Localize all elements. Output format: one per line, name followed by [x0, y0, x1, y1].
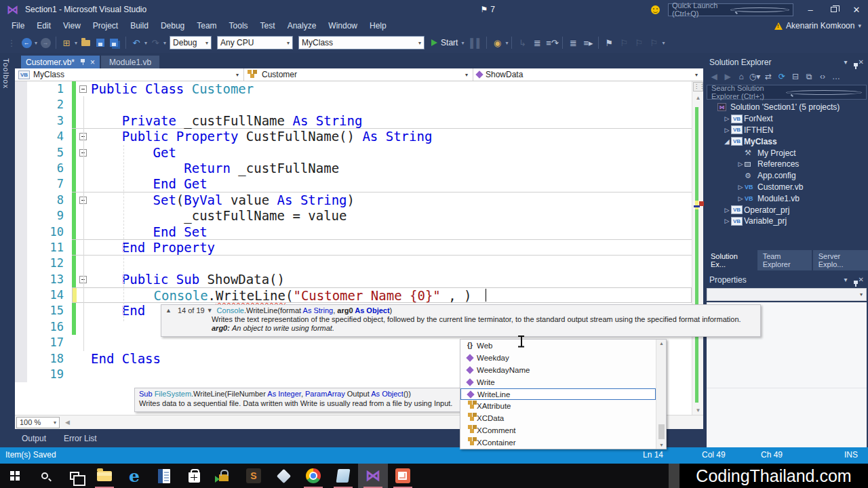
menu-test[interactable]: Test — [254, 20, 281, 32]
breakpoint-margin[interactable] — [15, 145, 27, 161]
tab-server-explorer[interactable]: Server Explo... — [813, 250, 868, 270]
breakpoint-margin[interactable] — [15, 351, 27, 367]
notifications-button[interactable]: ⚑ 7 — [481, 5, 495, 14]
toggle-bookmark-icon[interactable]: ⚑ — [602, 35, 616, 50]
edge-browser-icon[interactable]: e — [119, 464, 149, 488]
prev-bookmark-icon[interactable]: ⚐ — [617, 35, 631, 50]
tab-solution-explorer[interactable]: Solution Ex... — [705, 250, 756, 270]
breakpoint-margin[interactable] — [15, 97, 27, 113]
code-line[interactable]: 5 Get — [15, 145, 692, 161]
menu-window[interactable]: Window — [322, 20, 363, 32]
tree-item-operator-prj[interactable]: ▷VBOperator_prj — [705, 204, 868, 216]
collapsed-expander-icon[interactable]: ▷ — [736, 184, 745, 190]
menu-debug[interactable]: Debug — [155, 20, 191, 32]
new-project-dropdown-icon[interactable]: ▾ — [75, 40, 77, 46]
user-account-name[interactable]: Akenarin Komkoon — [786, 21, 854, 30]
code-line[interactable]: 11 End Property — [15, 240, 692, 256]
menu-help[interactable]: Help — [363, 20, 393, 32]
start-dropdown-icon[interactable]: ▾ — [461, 40, 464, 46]
forward-icon[interactable]: ▶ — [722, 70, 734, 83]
home-icon[interactable]: ⌂ — [735, 70, 747, 83]
type-dropdown[interactable]: Customer ▾ — [244, 68, 473, 81]
minimize-button[interactable]: – — [799, 0, 822, 19]
code-line[interactable]: 13 Public Sub ShowData() — [15, 272, 692, 287]
breakpoint-margin[interactable] — [15, 272, 27, 287]
code-line[interactable]: 2 — [15, 97, 692, 113]
breakpoint-margin[interactable] — [15, 224, 27, 240]
menu-tools[interactable]: Tools — [223, 20, 254, 32]
window-menu-icon[interactable]: ▾ — [844, 58, 848, 66]
solution-search-input[interactable]: Search Solution Explorer (Ctrl+;) — [707, 85, 867, 100]
menu-file[interactable]: File — [5, 20, 31, 32]
next-bookmark-icon[interactable]: ⚐ — [632, 35, 646, 50]
editor-vertical-scrollbar[interactable]: ⋮⋮ ▲ ▼ — [692, 81, 703, 415]
cube-app-icon[interactable] — [269, 464, 298, 488]
breakpoint-margin[interactable] — [15, 81, 27, 97]
orange-app-icon[interactable] — [388, 464, 418, 488]
signature-next-icon[interactable]: ▼ — [207, 307, 213, 314]
splitter-grip-icon[interactable]: ⋮⋮ — [693, 82, 703, 92]
breakpoint-margin[interactable] — [15, 367, 27, 382]
start-debug-button[interactable]: Start ▾ — [431, 38, 465, 47]
project-scope-dropdown[interactable]: VB MyClass ▾ — [15, 68, 244, 81]
tree-item-myclass[interactable]: ◢VBMyClass — [705, 136, 868, 147]
editor-zoom-dropdown[interactable]: 100 % ▾ — [16, 417, 60, 428]
save-icon[interactable] — [94, 35, 107, 50]
indent-lines-icon[interactable]: ≡▸ — [581, 35, 595, 50]
pending-changes-icon[interactable]: ◷▾ — [749, 70, 761, 83]
completion-scrollbar[interactable]: ▲ ▼ — [656, 340, 666, 449]
nav-backward-icon[interactable]: ← — [20, 35, 33, 50]
menu-team[interactable]: Team — [191, 20, 222, 32]
word-document-app-icon[interactable] — [149, 464, 179, 488]
code-line[interactable]: 1Public Class Customer — [15, 81, 692, 97]
tree-item-solution-section1-5-projects-[interactable]: ⋈Solution 'Section1' (5 projects) — [705, 102, 868, 113]
completion-item-write[interactable]: Write — [460, 376, 656, 388]
show-all-files-icon[interactable]: ⧉ — [803, 70, 815, 83]
breakpoint-margin[interactable] — [15, 192, 27, 208]
collapsed-expander-icon[interactable]: ▷ — [723, 115, 731, 122]
quick-launch-input[interactable]: Quick Launch (Ctrl+Q) — [668, 3, 793, 16]
code-line[interactable]: 12 — [15, 256, 692, 271]
collapsed-expander-icon[interactable]: ▷ — [723, 127, 731, 134]
step-into-icon[interactable]: ≣ — [530, 35, 544, 50]
menu-view[interactable]: View — [57, 20, 87, 32]
close-panel-icon[interactable]: ✕ — [859, 58, 864, 66]
collapsed-expander-icon[interactable]: ▷ — [736, 195, 745, 202]
find-in-files-icon[interactable]: ◉ — [490, 35, 504, 50]
collapse-all-icon[interactable]: ⊟ — [789, 70, 802, 83]
tree-item-references[interactable]: ▷References — [705, 159, 868, 170]
nav-backward-dropdown-icon[interactable]: ▾ — [35, 40, 37, 46]
completion-item-xcdata[interactable]: XCData — [460, 412, 656, 424]
tree-item-my-project[interactable]: ⚒My Project — [705, 147, 868, 159]
undo-icon[interactable]: ↶ — [130, 35, 143, 50]
member-dropdown[interactable]: ShowData ▾ — [473, 68, 703, 81]
code-line[interactable]: 4 Public Property CustFullName() As Stri… — [15, 129, 692, 144]
open-file-icon[interactable] — [79, 35, 92, 50]
new-project-icon[interactable]: ⊞ — [60, 35, 73, 50]
pin-icon[interactable] — [80, 58, 85, 66]
close-panel-icon[interactable]: ✕ — [859, 276, 864, 283]
breakpoint-margin[interactable] — [15, 335, 27, 350]
completion-item-weekday[interactable]: Weekday — [460, 352, 656, 364]
breakpoint-margin[interactable] — [15, 161, 27, 176]
glass-app-icon[interactable] — [328, 464, 358, 488]
code-line[interactable]: 14 Console.WriteLine("Customer Name {0}"… — [15, 287, 692, 303]
startup-projects-dropdown[interactable]: MyClass▾ — [298, 36, 425, 49]
completion-item-xcontainer[interactable]: XContainer — [460, 436, 656, 449]
back-icon[interactable]: ◀ — [708, 70, 720, 83]
lock-app-icon[interactable] — [209, 464, 239, 488]
search-button-icon[interactable] — [30, 464, 60, 488]
signature-prev-icon[interactable]: ▲ — [165, 307, 172, 314]
show-next-statement-icon[interactable]: ↳ — [515, 35, 529, 50]
solution-platforms-dropdown[interactable]: Any CPU▾ — [217, 36, 293, 49]
breakpoint-margin[interactable] — [15, 240, 27, 256]
scroll-up-icon[interactable]: ▲ — [692, 95, 704, 101]
breakpoint-margin[interactable] — [15, 319, 27, 335]
breakpoint-margin[interactable] — [15, 113, 27, 129]
break-all-icon[interactable]: ▌▌ — [469, 35, 483, 50]
properties-header[interactable]: Properties ▾ ✕ — [705, 273, 868, 286]
toolbox-tab[interactable]: Toolbox — [2, 58, 10, 89]
scrollbar-thumb[interactable] — [658, 424, 665, 439]
solution-explorer-header[interactable]: Solution Explorer ▾ ✕ — [705, 56, 868, 68]
task-view-button-icon[interactable] — [60, 464, 90, 488]
